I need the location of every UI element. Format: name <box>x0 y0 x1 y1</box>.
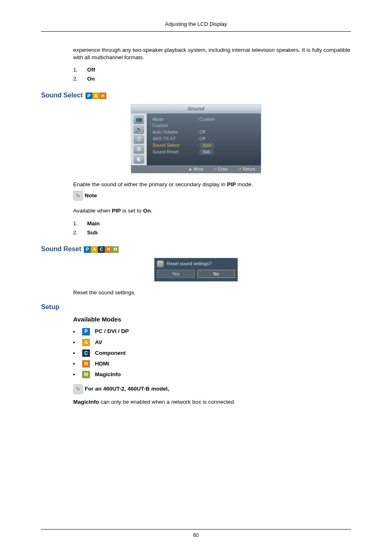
note-icon: ✎ <box>73 191 83 201</box>
mode-m-icon: M <box>112 246 119 253</box>
available-modes-list: PPC / DVI / DP AAV CComponent HHDMI MMag… <box>73 328 351 378</box>
mode-h-icon: H <box>105 246 112 253</box>
note-label: Note <box>85 192 97 199</box>
list-item: Main <box>87 220 100 227</box>
mode-c-icon: C <box>98 246 105 253</box>
on-label: On <box>143 208 151 214</box>
sound-osd-screenshot: Sound 📺 🔊 ⏱ ⚙ ◐ Mode: Custom Custom Auto… <box>131 104 261 173</box>
off-on-list: 1.Off 2.On <box>73 66 351 83</box>
mode-h-icon: H <box>99 92 106 99</box>
text-span: mode. <box>236 181 253 187</box>
text-span: Available when <box>73 208 112 214</box>
magicinfo-label: MagicInfo <box>73 399 99 405</box>
sound-reset-title-text: Sound Reset <box>41 245 81 252</box>
list-item: Off <box>87 66 95 74</box>
page-number: 60 <box>41 532 351 539</box>
osd-row-label: Custom <box>152 123 194 129</box>
reset-no-button: No <box>197 270 235 278</box>
reset-dialog-screenshot: ! Reset sound settings? Yes No <box>154 258 238 282</box>
note-row: ✎ Note <box>73 191 351 201</box>
mode-p-icon: P <box>84 246 91 253</box>
osd-side-sound-icon: 🔊 <box>134 125 144 134</box>
mode-label: HDMI <box>95 360 109 368</box>
mode-c-icon: C <box>82 349 90 357</box>
reset-yes-button: Yes <box>157 270 195 278</box>
osd-row-value: : Custom <box>197 116 215 123</box>
osd-row-label: Sound Select <box>152 142 194 148</box>
mode-label: AV <box>95 339 102 346</box>
mode-a-icon: A <box>92 92 99 99</box>
pip-label: PIP <box>227 181 236 187</box>
osd-side-mdc-icon: ◐ <box>134 155 144 164</box>
osd-row-label: Auto Volume <box>152 129 194 135</box>
osd-option-sub: Sub <box>199 149 213 155</box>
mode-label: MagicInfo <box>95 371 121 378</box>
note-icon: ✎ <box>73 384 83 394</box>
text-span: . <box>151 208 152 214</box>
osd-foot-move: Move <box>194 167 203 171</box>
osd-selected-main: Main <box>199 143 215 148</box>
mode-p-icon: P <box>85 92 92 99</box>
osd-row-label: Sound Reset <box>152 149 194 155</box>
setup-heading: Setup <box>41 303 351 312</box>
osd-foot-return: Return <box>243 167 255 171</box>
osd-row-label: Mode <box>152 116 194 123</box>
model-note-row: ✎ For an 460UT-2, 460UT-B model, <box>73 384 351 394</box>
osd-foot-enter: Enter <box>218 167 228 171</box>
text-span: is set to <box>121 208 143 214</box>
osd-row-value: : Off <box>197 136 205 142</box>
main-sub-list: 1.Main 2.Sub <box>73 220 351 236</box>
sound-select-title-text: Sound Select <box>41 92 83 99</box>
header-rule <box>41 31 351 32</box>
osd-side-setup-icon: ⚙ <box>134 145 144 154</box>
mode-a-icon: A <box>82 339 90 346</box>
mode-m-icon: M <box>82 371 90 378</box>
list-item: Sub <box>87 229 98 236</box>
text-span: can only be enabled when a network box i… <box>99 399 235 405</box>
sound-select-description: Enable the sound of either the primary o… <box>73 181 351 188</box>
osd-side-picture-icon: 📺 <box>134 115 144 124</box>
reset-dialog-text: Reset sound settings? <box>167 261 212 267</box>
page-header: Adjusting the LCD Display <box>41 21 351 28</box>
intro-paragraph: experience through any two-speaker playb… <box>73 46 351 61</box>
pip-label: PIP <box>112 208 121 214</box>
list-item: On <box>87 75 95 83</box>
reset-warning-icon: ! <box>157 261 164 267</box>
mode-label: PC / DVI / DP <box>95 328 129 335</box>
osd-title: Sound <box>131 104 261 113</box>
osd-side-clock-icon: ⏱ <box>134 135 144 144</box>
osd-row-value: : Off <box>197 129 205 135</box>
mode-a-icon: A <box>91 246 98 253</box>
sound-select-heading: Sound Select P A H <box>41 91 351 100</box>
model-note-text: For an 460UT-2, 460UT-B model, <box>85 385 169 393</box>
magicinfo-note: MagicInfo can only be enabled when a net… <box>73 398 351 406</box>
osd-row-label: SRS TS XT <box>152 136 194 142</box>
sound-reset-heading: Sound Reset P A C H M <box>41 245 351 254</box>
mode-h-icon: H <box>82 360 90 368</box>
mode-label: Component <box>95 349 126 357</box>
footer-rule <box>41 529 351 530</box>
availability-text: Available when PIP is set to On. <box>73 207 351 215</box>
available-modes-heading: Available Modes <box>73 315 351 324</box>
sound-reset-description: Reset the sound settings. <box>73 289 351 296</box>
text-span: Enable the sound of either the primary o… <box>73 181 227 187</box>
mode-p-icon: P <box>82 328 90 335</box>
